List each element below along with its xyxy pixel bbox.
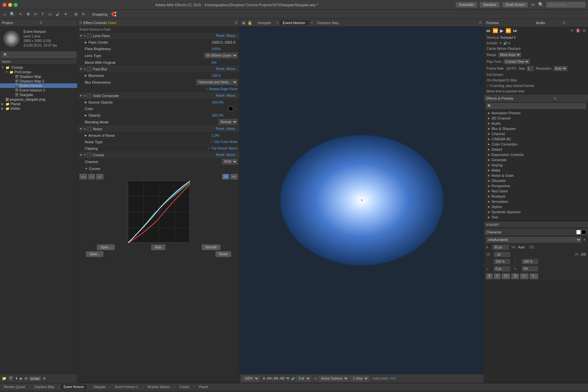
text-tool[interactable]: T <box>40 11 45 17</box>
resolution-select[interactable]: Auto <box>553 66 567 71</box>
noise-about[interactable]: About... <box>227 127 238 131</box>
collapse-arrow[interactable]: ▼ <box>80 153 82 157</box>
search-icon[interactable]: 🔍 <box>538 2 544 7</box>
curve-open-btn[interactable]: Open... <box>97 245 115 250</box>
ep-expression-controls[interactable]: ▶ Expression Controls <box>484 152 588 157</box>
lens-flare-about[interactable]: About... <box>227 34 238 37</box>
curve-smooth-btn[interactable]: Smooth <box>202 245 220 250</box>
blending-mode-dropdown[interactable]: Normal <box>218 119 238 125</box>
curve-rect-btn[interactable]: ▭ <box>80 174 87 179</box>
curve-save-btn[interactable]: Save... <box>86 251 103 257</box>
tree-pegasus-png[interactable]: ▶ 🖼 pegasus_stargate.png <box>0 97 77 102</box>
tab-planet[interactable]: Planet <box>196 385 211 389</box>
ep-text[interactable]: ▶ Text <box>484 215 588 220</box>
small-screen-btn[interactable]: Small Screen <box>502 2 528 7</box>
effect-checkbox[interactable] <box>87 67 92 71</box>
new-comp-icon[interactable]: 🎬 <box>8 376 13 381</box>
home-icon[interactable]: ⌂ <box>2 11 7 17</box>
rotation-input[interactable] <box>522 266 538 271</box>
lens-flare-reset[interactable]: Reset <box>216 34 224 37</box>
source-opacity-value[interactable]: 100.0% <box>212 100 238 104</box>
settings2-icon[interactable]: ⊞ <box>508 41 510 45</box>
tree-planet-folder[interactable]: ▶ 📁 Planet <box>0 102 77 106</box>
effect-checkbox[interactable] <box>87 93 92 98</box>
expand-arrow[interactable]: ▶ <box>85 134 87 137</box>
zoom-select[interactable]: 100% <box>242 376 259 381</box>
tab-event-horizon-tl[interactable]: Event Horizon <box>61 385 87 389</box>
expand-arrow[interactable]: ▼ <box>85 167 88 170</box>
ep-simulation[interactable]: ▶ Simulation <box>484 199 588 204</box>
preview-menu[interactable]: ☰ <box>562 21 586 25</box>
pen-tool[interactable]: ✏ <box>33 11 39 17</box>
ep-obsolete[interactable]: ▶ Obsolete <box>484 178 588 183</box>
view-select[interactable]: 1 View <box>350 376 369 381</box>
curve-circle-btn[interactable]: ○ <box>88 174 95 179</box>
solid-composite-about[interactable]: About... <box>227 94 238 97</box>
play-pause-btn[interactable]: ▶ <box>500 28 504 33</box>
project-panel-menu[interactable]: ☰ <box>39 21 76 24</box>
ep-animation-presets[interactable]: ▶ Animation Presets <box>484 110 588 116</box>
tab-render-queue[interactable]: Render Queue <box>1 385 28 389</box>
sub-btn[interactable]: T↓ <box>530 273 538 279</box>
curves-reset[interactable]: Reset <box>216 153 224 157</box>
ep-noise-grain[interactable]: ▶ Noise & Grain <box>484 173 588 178</box>
tree-precomps-folder[interactable]: ▼ 📁 PreComps <box>0 70 77 74</box>
repeat-edge-toggle[interactable]: ✓ Repeat Edge Pixels <box>205 87 238 91</box>
preview-icon[interactable]: ▶ <box>20 376 22 381</box>
essentials-btn[interactable]: Essentials <box>456 2 477 7</box>
ep-matte[interactable]: ▶ Matte <box>484 168 588 173</box>
vscale-input[interactable] <box>522 259 538 264</box>
maximize-button[interactable] <box>14 3 18 7</box>
hscale-input[interactable] <box>494 259 510 264</box>
curve-expand-btn[interactable]: ⤢ <box>96 174 103 179</box>
ep-blur-sharpen[interactable]: ▶ Blur & Sharpen <box>484 126 588 131</box>
noise-type-toggle[interactable]: ✓ Use Color Noise <box>210 140 238 144</box>
curve-graph[interactable] <box>128 181 190 243</box>
fast-blur-reset[interactable]: Reset <box>216 67 224 71</box>
skip-input[interactable] <box>527 66 534 71</box>
ep-distort[interactable]: ▶ Distort <box>484 147 588 152</box>
ep-search-input[interactable] <box>486 103 586 109</box>
stroke-swatch[interactable] <box>581 230 586 234</box>
puppet-tool[interactable]: ✦ <box>63 11 69 17</box>
ec-panel-menu[interactable]: ☰ <box>235 21 238 24</box>
italic-btn[interactable]: T <box>494 273 500 279</box>
super-btn[interactable]: T↑ <box>520 273 528 279</box>
effect-checkbox[interactable] <box>87 34 92 38</box>
anchor-icon[interactable]: ⊕ <box>73 11 79 17</box>
step-back-btn[interactable]: ⏪ <box>492 28 498 33</box>
smallcaps-btn[interactable]: Tt <box>511 273 519 279</box>
tree-comps-folder[interactable]: ▼ 📁 -Comps <box>0 65 77 70</box>
collapse-arrow[interactable]: ▼ <box>80 34 82 37</box>
effect-checkbox[interactable] <box>87 153 92 157</box>
flare-brightness-value[interactable]: 105% <box>212 47 238 51</box>
expand-arrow[interactable]: ▶ <box>85 74 87 77</box>
shape-tool[interactable]: ▭ <box>47 11 53 17</box>
play-from-select[interactable]: Current Time <box>504 59 530 64</box>
search-input[interactable] <box>546 2 585 7</box>
standard-btn[interactable]: Standard <box>480 2 500 7</box>
font-size-input[interactable] <box>492 245 509 250</box>
expand-arrow[interactable]: ▶ <box>85 114 87 117</box>
rotate-icon[interactable]: ↻ <box>81 11 87 17</box>
ep-rowbyte[interactable]: ▶ Rowbyte <box>484 194 588 199</box>
blurriness-value[interactable]: 130.0 <box>212 74 238 77</box>
amount-noise-value[interactable]: 1.0% <box>212 133 238 137</box>
color-arrow[interactable]: → <box>234 107 238 110</box>
close-button[interactable] <box>3 3 7 7</box>
clipping-toggle[interactable]: ✓ Clip Result Values <box>208 147 238 150</box>
timecode-display[interactable]: 0:00:00:00 <box>263 376 285 381</box>
ep-color-correction[interactable]: ▶ Color Correction <box>484 142 588 147</box>
curve-pen-btn[interactable]: ✏ <box>230 174 238 179</box>
bold-btn[interactable]: T <box>486 273 492 279</box>
ep-cinema4d[interactable]: ▶ CINEMA 4D <box>484 136 588 142</box>
tab-stargate[interactable]: Stargate <box>254 20 274 25</box>
camera-select[interactable]: Active Camera <box>318 376 349 381</box>
new-folder-icon[interactable]: 📁 <box>2 376 7 381</box>
allcaps-btn[interactable]: TT <box>502 273 510 279</box>
ep-menu[interactable]: ☰ <box>553 97 586 100</box>
tree-displace-map-2[interactable]: ▶ 🎬 Displace Map 2 <box>0 79 77 83</box>
search-tool-icon[interactable]: 🔍 <box>8 11 16 17</box>
tree-solids-folder[interactable]: ▶ 📁 Solids <box>0 106 77 111</box>
tree-displace-map[interactable]: ▶ 🎬 Displace Map <box>0 74 77 79</box>
